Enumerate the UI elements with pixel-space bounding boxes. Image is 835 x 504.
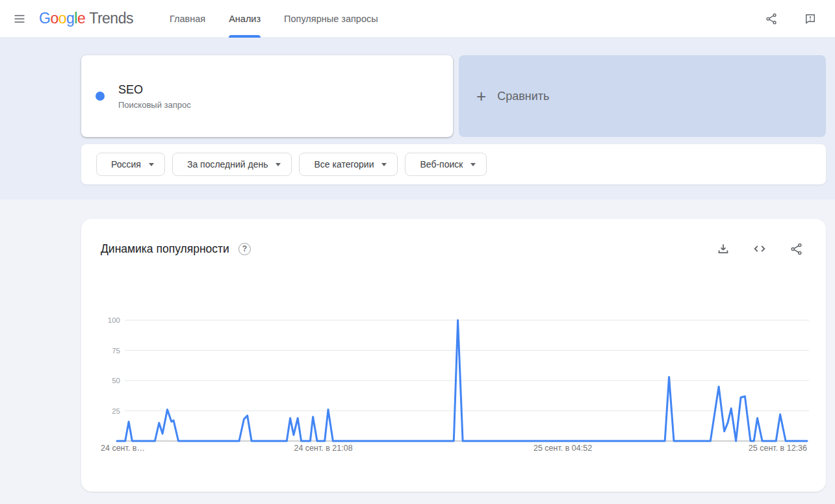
logo-letter: G [39, 10, 50, 27]
gridlines [125, 320, 809, 411]
plus-icon: + [476, 88, 486, 105]
dropdown-caret-icon [276, 163, 281, 166]
logo-letter: o [58, 10, 66, 27]
feedback-button[interactable] [799, 7, 822, 31]
trends-chart-card: Динамика популярности ? [81, 219, 826, 492]
search-terms-row: SEO Поисковый запрос + Сравнить [81, 55, 826, 137]
svg-text:100: 100 [108, 316, 120, 324]
share-icon [765, 12, 778, 25]
dropdown-caret-icon [381, 163, 387, 166]
chart-actions [712, 237, 808, 260]
nav-tab-explore[interactable]: Анализ [229, 0, 261, 38]
filter-region[interactable]: Россия [96, 153, 165, 176]
chart-share-icon [790, 242, 803, 256]
explore-section: SEO Поисковый запрос + Сравнить РоссияЗа… [0, 38, 835, 199]
filter-label: Все категории [314, 159, 374, 170]
chart-share-button[interactable] [784, 237, 808, 260]
search-term-value: SEO [118, 83, 191, 97]
y-axis-labels: 255075100 [108, 316, 120, 415]
download-csv-button[interactable] [712, 237, 735, 260]
svg-text:24 сент. в…: 24 сент. в… [101, 444, 145, 453]
help-icon[interactable]: ? [238, 243, 251, 255]
chart-header: Динамика популярности ? [101, 237, 808, 260]
filter-label: Веб-поиск [420, 159, 463, 170]
compare-add-card[interactable]: + Сравнить [459, 55, 826, 137]
app-header: Google Trends ГлавнаяАнализПопулярные за… [0, 0, 835, 38]
compare-label: Сравнить [497, 90, 549, 103]
logo-letter: o [50, 10, 58, 27]
logo-letter: g [66, 10, 74, 27]
embed-button[interactable] [748, 237, 771, 260]
filter-label: Россия [111, 159, 141, 170]
dropdown-caret-icon [149, 163, 154, 166]
embed-icon [752, 242, 767, 256]
filter-time[interactable]: За последний день [172, 153, 292, 176]
nav-tab-trending[interactable]: Популярные запросы [284, 0, 378, 38]
search-term-text: SEO Поисковый запрос [118, 83, 191, 110]
svg-text:25: 25 [112, 407, 120, 415]
svg-text:24 сент. в 21:08: 24 сент. в 21:08 [294, 444, 352, 453]
filter-bar: РоссияЗа последний деньВсе категорииВеб-… [81, 144, 826, 184]
share-button[interactable] [760, 7, 783, 31]
header-actions [760, 7, 822, 31]
dropdown-caret-icon [470, 163, 476, 166]
feedback-icon [804, 12, 817, 25]
x-axis-labels: 24 сент. в…24 сент. в 21:0825 сент. в 04… [101, 444, 807, 453]
search-term-card[interactable]: SEO Поисковый запрос [81, 55, 453, 137]
svg-text:50: 50 [112, 377, 120, 384]
google-trends-logo[interactable]: Google Trends [39, 10, 133, 27]
main-nav: ГлавнаяАнализПопулярные запросы [170, 0, 402, 38]
download-icon [716, 242, 730, 256]
svg-text:75: 75 [112, 347, 120, 355]
hamburger-icon [13, 12, 26, 25]
svg-text:25 сент. в 04:52: 25 сент. в 04:52 [533, 444, 592, 453]
svg-text:25 сент. в 12:36: 25 сент. в 12:36 [749, 444, 807, 453]
series-color-dot [96, 92, 105, 101]
logo-letter: e [77, 10, 85, 27]
filter-search-type[interactable]: Веб-поиск [405, 153, 487, 176]
chart-title: Динамика популярности [101, 242, 229, 256]
popularity-line-chart[interactable]: 25507510024 сент. в…24 сент. в 21:0825 с… [101, 303, 809, 462]
main-content: Динамика популярности ? [0, 199, 835, 503]
google-logo-text: Google [39, 10, 85, 27]
nav-tab-home[interactable]: Главная [170, 0, 205, 38]
filter-category[interactable]: Все категории [299, 153, 398, 176]
search-term-type: Поисковый запрос [118, 100, 191, 110]
filter-label: За последний день [187, 159, 268, 170]
menu-button[interactable] [8, 7, 31, 31]
trends-logo-text: Trends [89, 10, 133, 27]
